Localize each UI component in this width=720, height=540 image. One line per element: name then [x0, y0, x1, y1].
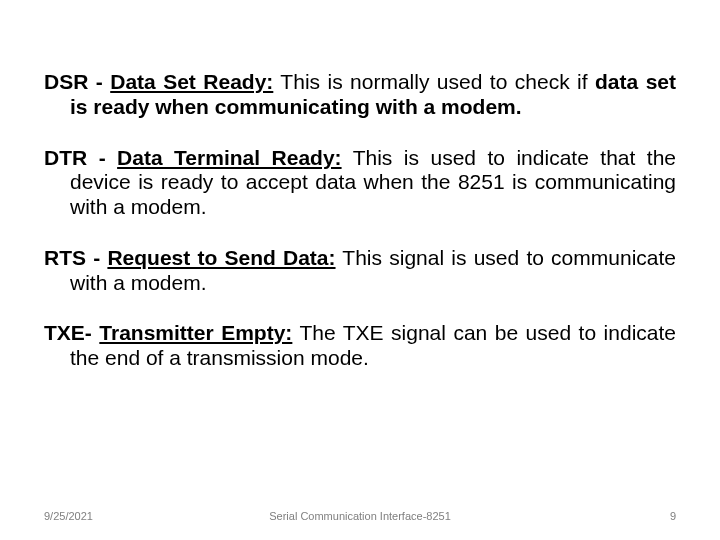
term-label: Data Set Ready: — [110, 70, 273, 93]
footer-date: 9/25/2021 — [44, 510, 93, 522]
entry-dsr: DSR - Data Set Ready: This is normally u… — [44, 70, 676, 120]
slide: DSR - Data Set Ready: This is normally u… — [0, 0, 720, 540]
term-label: Transmitter Empty: — [99, 321, 292, 344]
entry-txe: TXE- Transmitter Empty: The TXE signal c… — [44, 321, 676, 371]
content-area: DSR - Data Set Ready: This is normally u… — [44, 70, 676, 371]
term-label: Request to Send Data: — [107, 246, 335, 269]
footer-title: Serial Communication Interface-8251 — [44, 510, 676, 522]
term-prefix: TXE- — [44, 321, 99, 344]
entry-rts: RTS - Request to Send Data: This signal … — [44, 246, 676, 296]
term-prefix: DSR - — [44, 70, 110, 93]
entry-dtr: DTR - Data Terminal Ready: This is used … — [44, 146, 676, 220]
term-prefix: RTS - — [44, 246, 107, 269]
footer-page-number: 9 — [670, 510, 676, 522]
term-label: Data Terminal Ready: — [117, 146, 341, 169]
body-text: This is normally used to check if — [273, 70, 595, 93]
term-prefix: DTR - — [44, 146, 117, 169]
footer: 9/25/2021 Serial Communication Interface… — [44, 510, 676, 522]
